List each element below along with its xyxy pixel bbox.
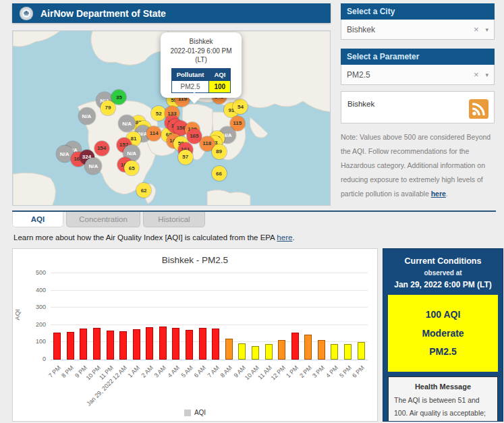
city-caret-icon[interactable]: ▾ [482, 26, 488, 33]
map-marker[interactable]: 66 [212, 166, 227, 181]
cc-pollutant: PM2.5 [391, 343, 495, 361]
chart-legend[interactable]: AQI [13, 409, 377, 416]
chart-bar-5-pm[interactable] [344, 344, 352, 360]
chart-x-label: 3 AM [153, 364, 168, 379]
chart-y-tick: 300 [36, 304, 46, 310]
chart-bar-12-pm[interactable] [278, 340, 285, 360]
chart-bar-2-am[interactable] [146, 327, 153, 360]
cc-category: Moderate [391, 325, 495, 343]
legend-label: AQI [194, 409, 206, 416]
chart-y-axis-label: AQI [13, 309, 21, 320]
learn-text: Learn more about how the Air Quality Ind… [13, 233, 277, 242]
chart-x-label: 12 PM [269, 364, 286, 381]
tab-concentration[interactable]: Concentration [66, 212, 140, 227]
world-aqi-map[interactable]: N/A3579N/A5287N/A81N/A1146981157154N/AN/… [12, 30, 331, 206]
chart-bar-8-am[interactable] [225, 339, 233, 360]
chart-x-label: 6 PM [351, 364, 366, 379]
chart-bar-9-pm[interactable] [80, 329, 87, 360]
chart-y-tick: 200 [36, 321, 46, 328]
chart-x-label: 7 AM [206, 364, 221, 379]
app-header: AirNow Department of State [12, 3, 331, 23]
cc-aqi-value: 100 AQI [391, 306, 495, 324]
chart-bar-7-am[interactable] [212, 329, 219, 360]
map-marker[interactable]: 154 [94, 141, 109, 156]
chart-x-label: 5 PM [338, 364, 353, 379]
city-clear-icon[interactable]: × [470, 24, 483, 34]
beyond-aqi-note: Note: Values above 500 are considered Be… [341, 130, 495, 201]
chart-y-tick: 500 [36, 269, 46, 276]
chart-bars [51, 273, 368, 360]
map-marker[interactable]: 114 [146, 126, 161, 141]
cc-title: Current Conditions [388, 255, 498, 268]
chart-bar-10-am[interactable] [252, 346, 259, 360]
cc-health-box: Health Message The AQI is between 51 and… [388, 376, 498, 422]
map-marker[interactable]: 79 [101, 101, 115, 115]
chart-bar-8-pm[interactable] [67, 332, 74, 360]
chart-bar-2-pm[interactable] [304, 335, 312, 360]
chart-bar-4-pm[interactable] [331, 344, 338, 360]
map-marker[interactable]: 65 [124, 161, 139, 175]
chart-x-label: 4 PM [325, 364, 339, 379]
chart-bar-11-am[interactable] [265, 344, 273, 360]
parameter-select[interactable]: PM2.5 × ▾ [341, 65, 495, 85]
chart-bar-1-pm[interactable] [291, 333, 299, 360]
note-here-link[interactable]: here [431, 190, 446, 198]
page: AirNow Department of State [0, 0, 504, 422]
chart-bar-11-pm[interactable] [107, 331, 114, 360]
chart-bar-3-am[interactable] [159, 327, 167, 360]
popup-table: Pollutant AQI PM2.5 100 [171, 68, 231, 93]
learn-more-text: Learn more about how the Air Quality Ind… [13, 233, 504, 242]
chart-x-label: 5 AM [179, 364, 194, 379]
parameter-clear-icon[interactable]: × [470, 69, 483, 80]
legend-swatch [184, 410, 191, 416]
map-marker[interactable]: N/A [78, 107, 95, 124]
rss-icon[interactable] [469, 99, 488, 119]
chart-bar-5-am[interactable] [186, 330, 193, 360]
learn-suffix: . [292, 233, 294, 242]
popup-col-pollutant: Pollutant [171, 68, 209, 80]
chart-bar-6-am[interactable] [199, 328, 206, 360]
map-marker[interactable]: 89 [212, 144, 227, 159]
note-suffix: . [446, 190, 448, 198]
cc-aqi-box: 100 AQI Moderate PM2.5 [388, 295, 498, 372]
chart-x-label: 4 AM [167, 364, 181, 379]
chart-bar-9-am[interactable] [238, 343, 246, 360]
map-marker[interactable]: 62 [136, 183, 151, 198]
chart-bar-3-pm[interactable] [318, 340, 325, 360]
map-marker[interactable]: N/A [85, 158, 102, 175]
aqi-bar-chart: Bishkek - PM2.5 AQI 0100200300400500 7 P… [12, 248, 378, 422]
learn-here-link[interactable]: here [277, 233, 292, 242]
parameter-caret-icon[interactable]: ▾ [482, 72, 488, 78]
popup-datetime: 2022-01-29 6:00 PM [164, 47, 238, 56]
chart-plot-area: 0100200300400500 [51, 273, 368, 360]
chart-bar-jan-29-2022-12-am[interactable] [119, 331, 127, 360]
chart-bar-10-pm[interactable] [93, 328, 101, 360]
rss-feed-box: Bishkek [341, 91, 495, 123]
chart-x-label: 1 AM [127, 364, 142, 379]
tab-aqi[interactable]: AQI [12, 212, 63, 227]
cc-subtitle: observed at [388, 268, 498, 279]
tab-historical[interactable]: Historical [143, 212, 205, 227]
select-parameter-header: Select a Parameter [341, 49, 495, 65]
page-title: AirNow Department of State [40, 8, 166, 19]
map-marker[interactable]: 52 [151, 106, 166, 121]
tabs: AQIConcentrationHistorical [12, 210, 496, 227]
map-marker[interactable]: 35 [111, 90, 126, 105]
map-marker[interactable]: N/A [119, 115, 136, 132]
chart-bar-6-pm[interactable] [358, 342, 365, 360]
chart-bar-7-pm[interactable] [53, 333, 61, 360]
chart-x-label: 8 PM [61, 364, 76, 379]
chart-x-label: 2 PM [298, 364, 313, 379]
popup-timezone: (LT) [164, 55, 238, 65]
current-conditions-panel: Current Conditions observed at Jan 29, 2… [383, 248, 503, 422]
popup-city: Bishkek [164, 37, 238, 47]
city-select[interactable]: Bishkek × ▾ [341, 20, 495, 40]
parameter-select-value: PM2.5 [347, 70, 470, 80]
chart-bar-4-am[interactable] [172, 328, 179, 360]
chart-bar-1-am[interactable] [133, 329, 140, 360]
map-marker[interactable]: 57 [178, 150, 193, 165]
chart-y-tick: 100 [36, 338, 46, 345]
chart-x-label: 2 AM [140, 364, 155, 379]
map-marker[interactable]: 54 [233, 99, 248, 114]
chart-x-label: 7 PM [47, 364, 62, 379]
